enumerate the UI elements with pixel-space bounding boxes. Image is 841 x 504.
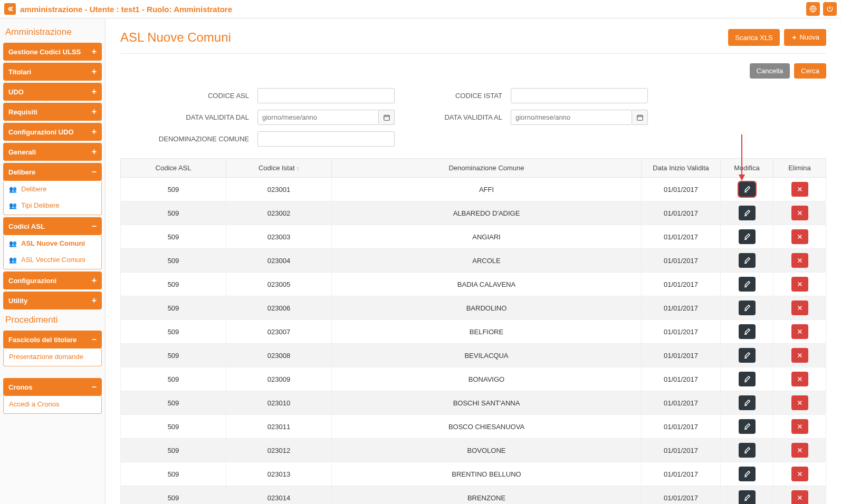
edit-button[interactable] — [739, 229, 756, 244]
edit-button[interactable] — [739, 324, 756, 339]
sidebar-item-label: ASL Nuove Comuni — [21, 239, 85, 247]
edit-button[interactable] — [739, 206, 756, 220]
edit-button[interactable] — [739, 182, 756, 197]
sidebar-item-label: Accedi a Cronos — [9, 400, 59, 408]
codice-istat-input[interactable] — [511, 88, 648, 103]
delete-button[interactable] — [791, 324, 808, 339]
sidebar-item[interactable]: ASL Vecchie Comuni — [4, 251, 101, 268]
sidebar-group[interactable]: Titolari+ — [3, 63, 102, 81]
sidebar-group-label: Generali — [8, 148, 36, 156]
sidebar-item[interactable]: ASL Nuove Comuni — [4, 235, 101, 251]
table-row: 509023013BRENTINO BELLUNO01/01/2017 — [121, 462, 826, 486]
sidebar-group[interactable]: Generali+ — [3, 143, 102, 161]
edit-button[interactable] — [739, 395, 756, 410]
cell-istat: 023004 — [226, 249, 332, 273]
column-header[interactable]: Denominazione Comune — [332, 159, 642, 178]
sidebar-group-fascicolo[interactable]: Fascicolo del titolare – — [3, 331, 102, 348]
delete-button[interactable] — [791, 277, 808, 292]
delete-button[interactable] — [791, 301, 808, 315]
column-header[interactable]: Modifica — [721, 159, 773, 178]
column-header[interactable]: Elimina — [773, 159, 826, 178]
delete-button[interactable] — [791, 467, 808, 481]
sidebar-section-title: Amministrazione — [5, 27, 100, 37]
table-row: 509023010BOSCHI SANT'ANNA01/01/2017 — [121, 391, 826, 415]
edit-button[interactable] — [739, 372, 756, 386]
delete-button[interactable] — [791, 490, 808, 504]
delete-button[interactable] — [791, 395, 808, 410]
delete-button[interactable] — [791, 419, 808, 434]
download-xls-button[interactable]: Scarica XLS — [728, 29, 780, 46]
sidebar-group[interactable]: UDO+ — [3, 83, 102, 101]
codice-asl-input[interactable] — [257, 88, 395, 103]
cell-asl: 509 — [121, 486, 226, 505]
svg-rect-1 — [384, 115, 389, 120]
sidebar-group[interactable]: Configurazioni UDO+ — [3, 123, 102, 141]
column-header[interactable]: Data Inizio Validita — [642, 159, 721, 178]
sidebar-item[interactable]: Delibere — [4, 181, 101, 197]
expand-icon: + — [92, 127, 97, 137]
cell-istat: 023005 — [226, 273, 332, 296]
sidebar-group-label: Requisiti — [8, 108, 37, 116]
cell-comune: ALBAREDO D'ADIGE — [332, 201, 642, 225]
edit-button[interactable] — [739, 443, 756, 458]
cell-comune: BOSCO CHIESANUOVA — [332, 415, 642, 439]
denominazione-input[interactable] — [257, 131, 395, 147]
edit-button[interactable] — [739, 277, 756, 292]
sidebar-item[interactable]: Tipi Delibere — [4, 197, 101, 214]
delete-button[interactable] — [791, 182, 808, 197]
table-row: 509023001AFFI01/01/2017 — [121, 178, 826, 201]
delete-button[interactable] — [791, 206, 808, 220]
cell-asl: 509 — [121, 225, 226, 249]
user-icon — [9, 239, 17, 247]
collapse-icon: – — [92, 335, 97, 344]
table-row: 509023009BONAVIGO01/01/2017 — [121, 367, 826, 391]
sidebar-group[interactable]: Gestione Codici ULSS+ — [3, 43, 102, 61]
edit-button[interactable] — [739, 419, 756, 434]
calendar-icon[interactable] — [379, 110, 395, 125]
sidebar-group-label: Utility — [8, 297, 27, 305]
search-button[interactable]: Cerca — [794, 63, 826, 79]
sidebar-group-delibere[interactable]: Delibere – — [3, 163, 102, 181]
cell-istat: 023001 — [226, 178, 332, 201]
collapse-sidebar-button[interactable] — [4, 3, 16, 15]
user-icon — [9, 256, 17, 264]
cancel-button[interactable]: Cancella — [750, 63, 790, 79]
edit-button[interactable] — [739, 490, 756, 504]
cell-asl: 509 — [121, 273, 226, 296]
data-dal-input[interactable] — [257, 110, 379, 125]
cell-data: 01/01/2017 — [642, 415, 721, 439]
sidebar-group-label: Cronos — [8, 383, 33, 391]
sidebar-item[interactable]: Accedi a Cronos — [4, 396, 101, 412]
sidebar-group[interactable]: Utility+ — [3, 292, 102, 309]
sidebar-item[interactable]: Presentazione domande — [4, 348, 101, 365]
data-al-input[interactable] — [511, 110, 632, 125]
edit-button[interactable] — [739, 467, 756, 481]
delete-button[interactable] — [791, 348, 808, 363]
edit-button[interactable] — [739, 301, 756, 315]
sidebar-group[interactable]: Requisiti+ — [3, 103, 102, 121]
globe-icon[interactable] — [806, 2, 820, 16]
sidebar-group-codici-asl[interactable]: Codici ASL – — [3, 217, 102, 235]
sidebar-group-cronos[interactable]: Cronos – — [3, 378, 102, 396]
user-icon — [9, 201, 17, 209]
edit-button[interactable] — [739, 253, 756, 268]
calendar-icon[interactable] — [632, 110, 648, 125]
sidebar-group[interactable]: Configurazioni+ — [3, 272, 102, 289]
delete-button[interactable] — [791, 229, 808, 244]
cell-data: 01/01/2017 — [642, 439, 721, 462]
new-button[interactable]: ＋ Nuova — [784, 29, 826, 46]
cell-comune: BARDOLINO — [332, 296, 642, 320]
cell-comune: AFFI — [332, 178, 642, 201]
user-icon — [9, 185, 17, 193]
column-header[interactable]: Codice ASL — [121, 159, 226, 178]
column-header[interactable]: Codice Istat — [226, 159, 332, 178]
table-row: 509023007BELFIORE01/01/2017 — [121, 320, 826, 344]
filter-label: DENOMINAZIONE COMUNE — [136, 135, 252, 143]
delete-button[interactable] — [791, 372, 808, 386]
delete-button[interactable] — [791, 253, 808, 268]
power-icon[interactable] — [823, 2, 837, 16]
table-row: 509023004ARCOLE01/01/2017 — [121, 249, 826, 273]
collapse-icon: – — [92, 221, 97, 231]
edit-button[interactable] — [739, 348, 756, 363]
delete-button[interactable] — [791, 443, 808, 458]
